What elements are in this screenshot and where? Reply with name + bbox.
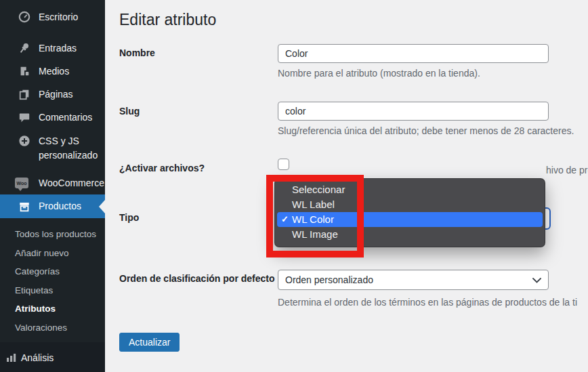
sidebar-item-comentarios[interactable]: Comentarios — [0, 106, 105, 129]
dropdown-option-wl-label[interactable]: WL Label — [275, 197, 545, 212]
sidebar-item-productos[interactable]: Productos — [0, 194, 105, 218]
sidebar-item-label: CSS y JS personalizado — [39, 134, 106, 163]
orden-select[interactable]: Orden personalizado — [278, 270, 549, 290]
woocommerce-icon: Woo — [15, 176, 28, 190]
sidebar-item-entradas[interactable]: Entradas — [0, 37, 105, 60]
slug-help: Slug/referencia única del atributo; debe… — [278, 125, 574, 136]
dropdown-option-wl-image[interactable]: WL Image — [275, 227, 545, 242]
activar-archivos-help-fragment: hivo de pro — [546, 165, 588, 175]
type-dropdown-menu: Seleccionar WL Label ✓ WL Color WL Image — [274, 178, 545, 247]
sidebar-item-paginas[interactable]: Páginas — [0, 83, 105, 106]
sidebar-subitem-todos-los-productos[interactable]: Todos los productos — [0, 224, 105, 243]
sidebar-item-label: Páginas — [39, 87, 73, 102]
slug-input[interactable] — [278, 102, 549, 121]
subitem-label: Categorías — [15, 266, 60, 276]
subitem-label: Todos los productos — [15, 229, 96, 239]
sidebar-subitem-etiquetas[interactable]: Etiquetas — [0, 281, 105, 299]
dropdown-option-seleccionar[interactable]: Seleccionar — [275, 182, 545, 197]
nombre-input[interactable] — [278, 44, 549, 63]
page-title: Editar atributo — [119, 11, 216, 29]
sidebar-item-label: Medios — [39, 64, 69, 79]
pushpin-icon — [18, 41, 31, 55]
plus-circle-icon — [18, 134, 31, 148]
woo-badge-text: Woo — [15, 178, 28, 188]
activar-archivos-checkbox[interactable] — [278, 159, 289, 170]
sidebar-item-label: Análisis — [21, 351, 54, 365]
orden-select-value: Orden personalizado — [285, 274, 373, 285]
sidebar-analysis-section: Análisis — [0, 342, 105, 372]
sidebar-item-label: Comentarios — [39, 110, 92, 125]
media-icon — [18, 64, 31, 78]
actualizar-button[interactable]: Actualizar — [119, 333, 180, 352]
sidebar-item-css-js-personalizado[interactable]: CSS y JS personalizado — [0, 133, 105, 164]
sidebar-subitem-atributos[interactable]: Atributos — [0, 299, 105, 318]
sidebar-subitem-categorias[interactable]: Categorías — [0, 262, 105, 281]
active-item-arrow — [99, 200, 105, 213]
subitem-label: Etiquetas — [15, 285, 53, 295]
chevron-down-icon — [532, 278, 541, 283]
sidebar-item-label: Entradas — [39, 41, 77, 56]
checkmark-icon: ✓ — [281, 212, 289, 227]
comment-icon — [18, 110, 31, 124]
dashboard-icon — [18, 10, 31, 24]
subitem-label: Atributos — [15, 304, 56, 314]
sidebar-item-label: WooCommerce — [39, 176, 104, 190]
nombre-help: Nombre para el atributo (mostrado en la … — [278, 68, 480, 79]
activar-archivos-label: ¿Activar archivos? — [119, 163, 205, 173]
sidebar-item-label: Escritorio — [39, 10, 78, 24]
slug-label: Slug — [119, 106, 140, 117]
sidebar-item-escritorio[interactable]: Escritorio — [0, 5, 105, 28]
tipo-label: Tipo — [119, 212, 139, 223]
wordpress-admin: Escritorio Entradas Medios Páginas Comen — [0, 0, 588, 372]
sidebar-item-analisis[interactable]: Análisis — [0, 346, 105, 369]
selected-option-label: WL Color — [292, 213, 334, 225]
sidebar-item-medios[interactable]: Medios — [0, 60, 105, 83]
admin-sidebar: Escritorio Entradas Medios Páginas Comen — [0, 0, 105, 372]
orden-label: Orden de clasificación por defecto — [119, 272, 282, 285]
pages-icon — [18, 87, 31, 101]
nombre-label: Nombre — [119, 47, 155, 58]
sidebar-item-woocommerce[interactable]: Woo WooCommerce — [0, 171, 105, 194]
subitem-label: Valoraciones — [15, 323, 67, 333]
dropdown-option-wl-color[interactable]: ✓ WL Color — [277, 212, 543, 227]
archive-box-icon — [18, 200, 31, 213]
subitem-label: Añadir nuevo — [15, 248, 69, 258]
orden-help: Determina el orden de los términos en la… — [278, 297, 577, 308]
bar-chart-icon — [5, 351, 18, 365]
main-content: Editar atributo Nombre Nombre para el at… — [105, 0, 588, 372]
sidebar-subitem-valoraciones[interactable]: Valoraciones — [0, 318, 105, 337]
sidebar-subitem-anadir-nuevo[interactable]: Añadir nuevo — [0, 243, 105, 262]
sidebar-item-label: Productos — [39, 199, 81, 213]
